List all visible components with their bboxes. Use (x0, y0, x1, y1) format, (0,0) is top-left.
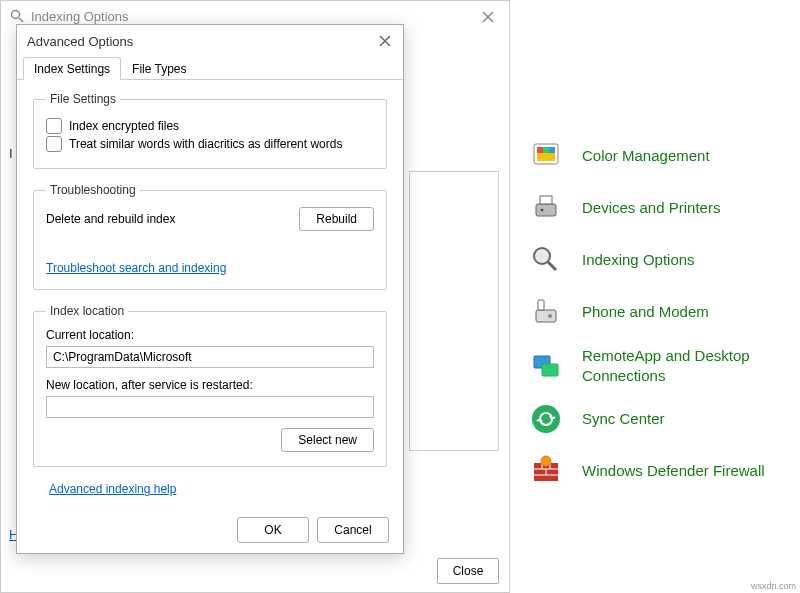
svg-point-0 (12, 11, 20, 19)
tab-index-settings[interactable]: Index Settings (23, 57, 121, 80)
select-new-button[interactable]: Select new (281, 428, 374, 452)
control-panel-list: Color Management Devices and Printers In… (510, 0, 800, 593)
svg-point-17 (532, 405, 560, 433)
advanced-options-titlebar: Advanced Options (17, 25, 403, 57)
svg-rect-4 (543, 147, 549, 153)
troubleshooting-legend: Troubleshooting (46, 183, 140, 197)
diacritics-label: Treat similar words with diacritics as d… (69, 137, 342, 151)
new-location-label: New location, after service is restarted… (46, 378, 374, 392)
new-location-field (46, 396, 374, 418)
svg-rect-13 (538, 300, 544, 310)
svg-point-10 (534, 248, 550, 264)
sync-center-icon (528, 401, 564, 437)
cp-item-phone-modem[interactable]: Phone and Modem (510, 286, 800, 338)
indexing-options-icon (528, 242, 564, 278)
tab-bar: Index Settings File Types (17, 57, 403, 80)
cp-label: Phone and Modem (582, 302, 709, 322)
svg-rect-7 (536, 204, 556, 216)
file-settings-group: File Settings Index encrypted files Trea… (33, 92, 387, 169)
tab-panel-index-settings: File Settings Index encrypted files Trea… (17, 80, 403, 504)
current-location-label: Current location: (46, 328, 374, 342)
svg-point-24 (541, 456, 551, 466)
index-encrypted-checkbox[interactable] (46, 118, 62, 134)
indexing-options-title: Indexing Options (31, 9, 129, 24)
cp-label: Sync Center (582, 409, 665, 429)
svg-point-14 (548, 314, 552, 318)
firewall-icon (528, 453, 564, 489)
indexing-options-close-button[interactable]: Close (437, 558, 499, 584)
svg-rect-6 (537, 153, 555, 161)
watermark: wsxdn.com (751, 581, 796, 591)
remoteapp-icon (528, 348, 564, 384)
svg-rect-5 (549, 147, 555, 153)
rebuild-button[interactable]: Rebuild (299, 207, 374, 231)
current-location-field (46, 346, 374, 368)
devices-printers-icon (528, 190, 564, 226)
svg-rect-12 (536, 310, 556, 322)
dialog-button-row: OK Cancel (237, 517, 389, 543)
index-location-group: Index location Current location: New loc… (33, 304, 387, 467)
ok-button[interactable]: OK (237, 517, 309, 543)
cp-label: Color Management (582, 146, 710, 166)
cancel-button[interactable]: Cancel (317, 517, 389, 543)
cp-label: RemoteApp and Desktop Connections (582, 346, 782, 385)
cp-label: Indexing Options (582, 250, 695, 270)
svg-rect-3 (537, 147, 543, 153)
cp-item-color-management[interactable]: Color Management (510, 130, 800, 182)
advanced-options-dialog: Advanced Options Index Settings File Typ… (16, 24, 404, 554)
svg-rect-16 (542, 364, 558, 376)
index-location-legend: Index location (46, 304, 128, 318)
advanced-options-title: Advanced Options (27, 34, 133, 49)
cp-item-sync-center[interactable]: Sync Center (510, 393, 800, 445)
file-settings-legend: File Settings (46, 92, 120, 106)
indexing-options-close-icon[interactable] (473, 5, 503, 29)
magnifier-icon (9, 8, 25, 24)
diacritics-checkbox[interactable] (46, 136, 62, 152)
phone-modem-icon (528, 294, 564, 330)
troubleshooting-group: Troubleshooting Delete and rebuild index… (33, 183, 387, 290)
troubleshoot-search-link[interactable]: Troubleshoot search and indexing (46, 261, 226, 275)
svg-point-9 (541, 209, 544, 212)
cp-label: Devices and Printers (582, 198, 720, 218)
outer-label-i: I (9, 146, 13, 161)
cp-item-remoteapp[interactable]: RemoteApp and Desktop Connections (510, 338, 800, 393)
cp-item-indexing-options[interactable]: Indexing Options (510, 234, 800, 286)
index-encrypted-label: Index encrypted files (69, 119, 179, 133)
advanced-options-close-icon[interactable] (375, 31, 395, 51)
advanced-indexing-help-link[interactable]: Advanced indexing help (49, 482, 176, 496)
delete-rebuild-label: Delete and rebuild index (46, 212, 175, 226)
tab-file-types[interactable]: File Types (121, 57, 197, 80)
svg-rect-8 (540, 196, 552, 204)
color-management-icon (528, 138, 564, 174)
cp-label: Windows Defender Firewall (582, 461, 765, 481)
cp-item-devices-printers[interactable]: Devices and Printers (510, 182, 800, 234)
svg-line-1 (19, 18, 23, 22)
outer-list-panel (409, 171, 499, 451)
cp-item-windows-defender-firewall[interactable]: Windows Defender Firewall (510, 445, 800, 497)
svg-line-11 (548, 262, 556, 270)
